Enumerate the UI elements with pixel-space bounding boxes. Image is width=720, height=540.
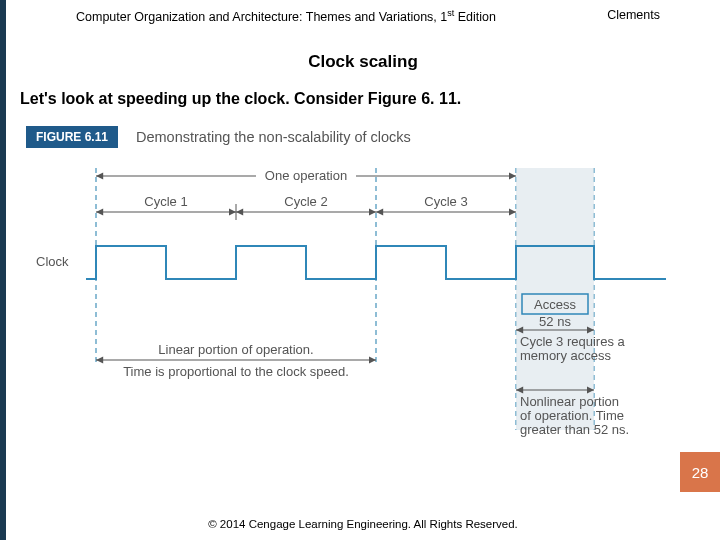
page-number: 28 [692, 464, 709, 481]
linear-note2: Time is proportional to the clock speed. [123, 364, 349, 379]
timing-diagram: One operation Cycle 1 Cycle 2 Cycle 3 Cl… [26, 154, 702, 444]
one-operation-label: One operation [265, 168, 347, 183]
cycle3-label: Cycle 3 [424, 194, 467, 209]
header-bar: Computer Organization and Architecture: … [76, 8, 660, 24]
cycle2-label: Cycle 2 [284, 194, 327, 209]
book-name: Computer Organization and Architecture: … [76, 10, 447, 24]
figure-badge: FIGURE 6.11 [26, 126, 118, 148]
clock-label: Clock [36, 254, 69, 269]
c3-note2: memory access [520, 348, 612, 363]
nonlin1: Nonlinear portion [520, 394, 619, 409]
access-label: Access [534, 297, 576, 312]
c3-note1: Cycle 3 requires a [520, 334, 626, 349]
figure-caption: Demonstrating the non-scalability of clo… [136, 129, 411, 145]
figure-container: FIGURE 6.11 Demonstrating the non-scalab… [26, 126, 702, 438]
body-text: Let's look at speeding up the clock. Con… [20, 90, 461, 108]
cycle1-label: Cycle 1 [144, 194, 187, 209]
slide: Computer Organization and Architecture: … [0, 0, 720, 540]
book-title: Computer Organization and Architecture: … [76, 8, 496, 24]
copyright-footer: © 2014 Cengage Learning Engineering. All… [6, 518, 720, 530]
edition-tail: Edition [454, 10, 496, 24]
nonlin3: greater than 52 ns. [520, 422, 629, 437]
linear-note1: Linear portion of operation. [158, 342, 313, 357]
slide-title: Clock scaling [6, 52, 720, 72]
page-number-badge: 28 [680, 452, 720, 492]
t52-label: 52 ns [539, 314, 571, 329]
author-name: Clements [607, 8, 660, 24]
nonlin2: of operation. Time [520, 408, 624, 423]
